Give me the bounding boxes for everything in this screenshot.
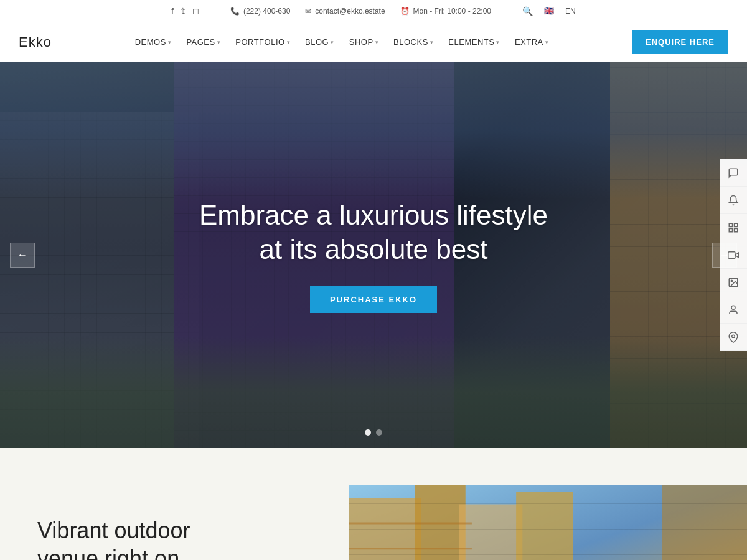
- dot-1[interactable]: [365, 429, 371, 436]
- chevron-down-icon: ▾: [496, 39, 500, 45]
- clock-icon: ⏰: [400, 7, 410, 16]
- email-icon: ✉: [305, 7, 311, 16]
- lang-label[interactable]: EN: [565, 7, 576, 16]
- chevron-down-icon: ▾: [430, 39, 434, 45]
- top-right-items: 🔍 🇬🇧 EN: [522, 6, 576, 16]
- top-bar: f 𝕥 ◻ 📞 (222) 400-630 ✉ contact@ekko.est…: [0, 0, 747, 22]
- social-icons: f 𝕥 ◻: [171, 6, 199, 16]
- flag-icon: 🇬🇧: [544, 6, 554, 16]
- hero-title: Embrace a luxurious lifestyle at its abs…: [199, 198, 548, 266]
- nav-label-elements: ELEMENTS: [448, 37, 494, 47]
- svg-rect-13: [459, 505, 523, 560]
- hero-title-line2: at its absolute best: [260, 234, 488, 264]
- logo[interactable]: Ekko: [19, 34, 52, 50]
- side-person-icon[interactable]: [720, 296, 747, 324]
- nav-item-blog[interactable]: BLOG ▾: [299, 34, 341, 50]
- svg-rect-14: [516, 492, 573, 560]
- side-video-icon[interactable]: [720, 241, 747, 269]
- search-icon[interactable]: 🔍: [522, 6, 533, 16]
- svg-point-8: [731, 306, 735, 309]
- hero-prev-button[interactable]: ←: [10, 243, 35, 268]
- svg-rect-11: [349, 498, 421, 560]
- nav-label-shop: SHOP: [349, 37, 374, 47]
- nav-label-blocks: BLOCKS: [393, 37, 428, 47]
- side-icons-panel: [720, 159, 747, 351]
- hero-dots: [365, 429, 382, 436]
- below-fold-section: Vibrant outdoor venue right on the river: [0, 448, 747, 560]
- facebook-link[interactable]: f: [171, 6, 174, 16]
- chevron-down-icon: ▾: [545, 39, 549, 45]
- side-image-icon[interactable]: [720, 269, 747, 296]
- purchase-button[interactable]: PURCHASE EKKO: [310, 286, 437, 313]
- navbar: Ekko DEMOS ▾ PAGES ▾ PORTFOLIO ▾ BLOG ▾ …: [0, 22, 747, 62]
- chevron-down-icon: ▾: [287, 39, 291, 45]
- nav-label-demos: DEMOS: [135, 37, 166, 47]
- below-fold-title-line2: venue right on: [37, 546, 179, 561]
- nav-item-portfolio[interactable]: PORTFOLIO ▾: [229, 34, 296, 50]
- chevron-down-icon: ▾: [331, 39, 334, 45]
- instagram-link[interactable]: ◻: [192, 6, 199, 16]
- hero-content: Embrace a luxurious lifestyle at its abs…: [0, 62, 747, 448]
- phone-info: 📞 (222) 400-630: [230, 7, 290, 16]
- hours-text: Mon - Fri: 10:00 - 22:00: [413, 7, 491, 16]
- email-info: ✉ contact@ekko.estate: [305, 7, 385, 16]
- nav-item-blocks[interactable]: BLOCKS ▾: [387, 34, 439, 50]
- svg-rect-10: [349, 485, 747, 560]
- chevron-down-icon: ▾: [375, 39, 379, 45]
- phone-icon: 📞: [230, 7, 240, 16]
- svg-rect-12: [415, 485, 465, 560]
- nav-label-extra: EXTRA: [515, 37, 543, 47]
- svg-rect-1: [735, 223, 738, 226]
- nav-item-demos[interactable]: DEMOS ▾: [129, 34, 178, 50]
- enquire-button[interactable]: ENQUIRE HERE: [632, 30, 728, 54]
- svg-rect-15: [662, 485, 747, 560]
- nav-item-shop[interactable]: SHOP ▾: [343, 34, 385, 50]
- chevron-down-icon: ▾: [217, 39, 221, 45]
- nav-label-blog: BLOG: [305, 37, 329, 47]
- below-fold-left: Vibrant outdoor venue right on the river: [0, 485, 349, 560]
- svg-point-9: [732, 335, 735, 338]
- nav-label-pages: PAGES: [186, 37, 215, 47]
- svg-rect-5: [728, 251, 735, 258]
- hero-section: Embrace a luxurious lifestyle at its abs…: [0, 62, 747, 448]
- side-pin-icon[interactable]: [720, 324, 747, 351]
- side-bell-icon[interactable]: [720, 187, 747, 214]
- hours-info: ⏰ Mon - Fri: 10:00 - 22:00: [400, 7, 491, 16]
- side-grid-icon[interactable]: [720, 214, 747, 241]
- svg-rect-3: [729, 228, 732, 231]
- dot-2[interactable]: [376, 429, 382, 436]
- below-fold-title-line1: Vibrant outdoor: [37, 518, 190, 543]
- svg-rect-0: [729, 223, 732, 226]
- nav-item-extra[interactable]: EXTRA ▾: [509, 34, 555, 50]
- below-fold-image: [349, 485, 747, 560]
- top-info: 📞 (222) 400-630 ✉ contact@ekko.estate ⏰ …: [230, 7, 491, 16]
- nav-links: DEMOS ▾ PAGES ▾ PORTFOLIO ▾ BLOG ▾ SHOP …: [129, 34, 555, 50]
- nav-item-pages[interactable]: PAGES ▾: [180, 34, 227, 50]
- chevron-down-icon: ▾: [168, 39, 172, 45]
- nav-item-elements[interactable]: ELEMENTS ▾: [442, 34, 506, 50]
- hero-title-line1: Embrace a luxurious lifestyle: [199, 200, 548, 230]
- svg-marker-4: [735, 253, 738, 258]
- side-chat-icon[interactable]: [720, 159, 747, 187]
- email-address: contact@ekko.estate: [315, 7, 385, 16]
- nav-label-portfolio: PORTFOLIO: [235, 37, 284, 47]
- below-fold-title: Vibrant outdoor venue right on the river: [37, 516, 311, 561]
- svg-point-7: [731, 280, 732, 281]
- arrow-left-icon: ←: [17, 250, 27, 261]
- svg-rect-2: [735, 228, 738, 231]
- twitter-link[interactable]: 𝕥: [181, 6, 185, 16]
- phone-number: (222) 400-630: [243, 7, 290, 16]
